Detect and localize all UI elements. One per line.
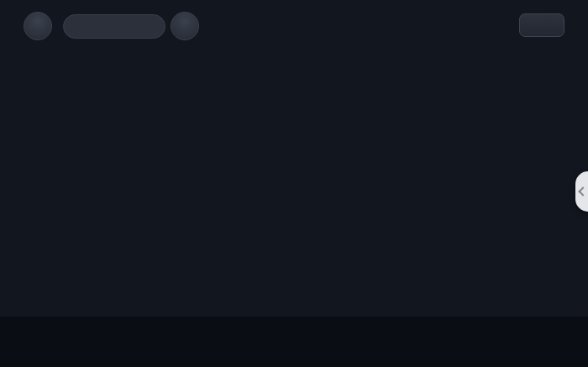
slider-scale-zero: [2, 198, 24, 210]
chevron-left-icon: [578, 186, 587, 196]
prev-preset-button[interactable]: [24, 12, 52, 40]
drawer-handle[interactable]: [575, 171, 588, 212]
slider-scale-max: [2, 158, 24, 170]
next-preset-button[interactable]: [171, 12, 199, 40]
reset-button[interactable]: [519, 13, 564, 37]
bottom-bar: [0, 317, 588, 367]
equalizer-screen: [0, 0, 588, 367]
preset-display[interactable]: [63, 14, 165, 39]
slider-scale-min: [2, 235, 24, 247]
bands-region: [0, 139, 588, 304]
